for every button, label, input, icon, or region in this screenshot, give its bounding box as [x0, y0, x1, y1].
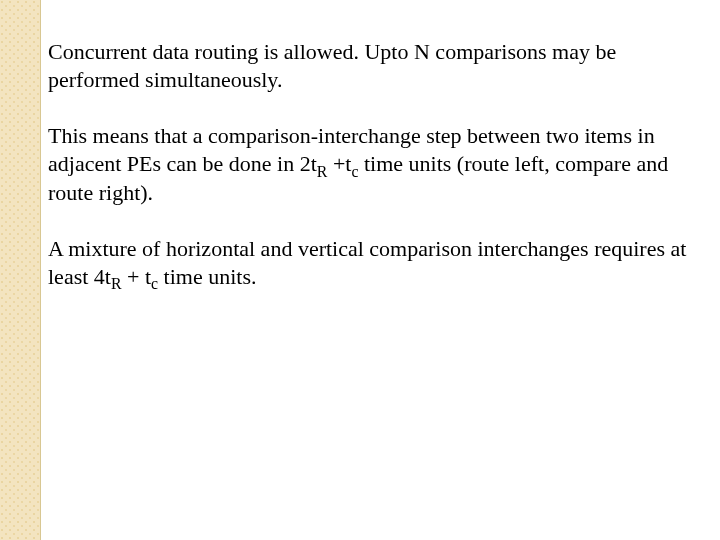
paragraph-3-text-c: time units. — [158, 264, 256, 289]
slide: Concurrent data routing is allowed. Upto… — [0, 0, 720, 540]
paragraph-3-text-b: + t — [122, 264, 152, 289]
paragraph-2: This means that a comparison-interchange… — [48, 122, 688, 206]
paragraph-2-sub-c: c — [351, 163, 358, 180]
paragraph-1: Concurrent data routing is allowed. Upto… — [48, 38, 688, 94]
paragraph-2-text-b: +t — [327, 151, 351, 176]
side-accent-strip — [0, 0, 41, 540]
paragraph-1-text: Concurrent data routing is allowed. Upto… — [48, 39, 616, 92]
paragraph-3-sub-c: c — [151, 275, 158, 292]
paragraph-2-sub-r: R — [317, 163, 328, 180]
paragraph-3: A mixture of horizontal and vertical com… — [48, 235, 688, 291]
slide-body: Concurrent data routing is allowed. Upto… — [48, 38, 688, 319]
paragraph-3-sub-r: R — [111, 275, 122, 292]
